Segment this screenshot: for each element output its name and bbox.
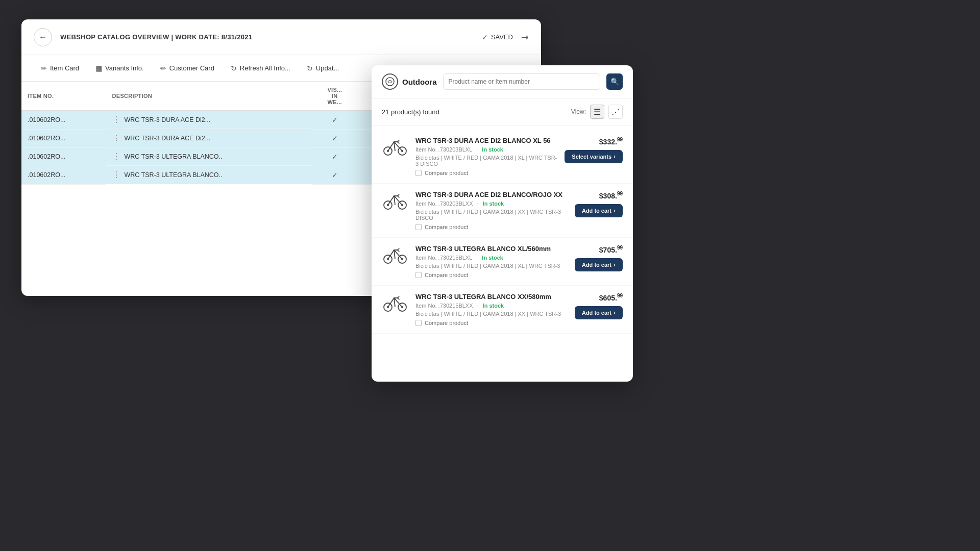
item-number: Item No. .730215BLXX: [415, 303, 473, 309]
product-meta: Item No. .730203BLXL · In stock: [415, 146, 557, 153]
arrow-icon: ›: [614, 207, 616, 214]
search-icon: 🔍: [610, 78, 619, 86]
arrow-icon: ›: [614, 309, 616, 316]
list-view-button[interactable]: ☰: [590, 105, 604, 119]
grid-view-button[interactable]: ⋰: [608, 105, 623, 119]
col-visible: VIS...INWE...: [312, 82, 357, 111]
product-meta: Item No. .730215BLXL · In stock: [415, 255, 568, 261]
product-tags: Bicicletas | WHITE / RED | GAMA 2018 | X…: [415, 155, 557, 167]
product-tags: Bicicletas | WHITE / RED | GAMA 2018 | X…: [415, 263, 568, 269]
expand-icon[interactable]: ↗: [518, 30, 531, 43]
compare-row: Compare product: [415, 320, 568, 326]
product-item: WRC TSR-3 ULTEGRA BLANCO XX/580mm Item N…: [372, 286, 633, 334]
row-menu-icon[interactable]: ⋮: [112, 152, 120, 161]
variants-info-button[interactable]: ▦ Variants Info.: [88, 61, 151, 76]
panel-subheader: 21 product(s) found View: ☰ ⋰: [372, 98, 633, 126]
brand-name: Outdoora: [402, 78, 437, 86]
product-item: WRC TSR-3 DURA ACE Di2 BLANCO XL 56 Item…: [372, 130, 633, 184]
row-menu-icon[interactable]: ⋮: [112, 115, 120, 124]
compare-checkbox[interactable]: [415, 224, 422, 230]
cell-description: ⋮ WRC TSR-3 ULTEGRA BLANCO..: [106, 166, 312, 184]
product-image: [382, 137, 408, 157]
product-info: WRC TSR-3 DURA ACE Di2 BLANCO XL 56 Item…: [415, 137, 557, 176]
product-tags: Bicicletas | WHITE / RED | GAMA 2018 | X…: [415, 311, 568, 317]
separator: ·: [477, 201, 479, 207]
cell-item-no: .010602RO...: [21, 147, 106, 166]
col-item-no: ITEM NO.: [21, 82, 106, 111]
pencil2-icon: ✏: [160, 64, 166, 72]
compare-label: Compare product: [425, 224, 468, 230]
product-info: WRC TSR-3 ULTEGRA BLANCO XL/560mm Item N…: [415, 245, 568, 278]
product-image: [382, 293, 408, 313]
product-price: $332.99: [599, 137, 623, 146]
compare-row: Compare product: [415, 170, 557, 176]
item-card-button[interactable]: ✏ Item Card: [34, 61, 86, 76]
visible-check-icon: ✓: [332, 116, 338, 124]
product-tags: Bicicletas | WHITE / RED | GAMA 2018 | X…: [415, 209, 568, 221]
row-menu-icon[interactable]: ⋮: [112, 133, 120, 143]
product-name: WRC TSR-3 DURA ACE Di2 BLANCO XL 56: [415, 137, 557, 144]
compare-label: Compare product: [425, 320, 468, 326]
separator: ·: [477, 303, 479, 309]
stock-status: In stock: [482, 146, 503, 153]
product-price: $605.99: [599, 293, 623, 302]
cell-item-no: .010602RO...: [21, 111, 106, 130]
add-to-cart-button[interactable]: Add to cart ›: [575, 204, 623, 217]
product-name: WRC TSR-3 ULTEGRA BLANCO XL/560mm: [415, 245, 568, 253]
product-item: WRC TSR-3 DURA ACE Di2 BLANCO/ROJO XX It…: [372, 184, 633, 238]
compare-checkbox[interactable]: [415, 320, 422, 326]
product-name: WRC TSR-3 ULTEGRA BLANCO XX/580mm: [415, 293, 568, 300]
row-menu-icon[interactable]: ⋮: [112, 170, 120, 180]
compare-checkbox[interactable]: [415, 272, 422, 278]
product-meta: Item No. .730203BLXX · In stock: [415, 201, 568, 207]
saved-label: SAVED: [491, 33, 513, 41]
arrow-icon: ›: [614, 153, 616, 160]
view-controls: View: ☰ ⋰: [571, 105, 623, 119]
panel-search-input[interactable]: [443, 73, 601, 90]
stock-status: In stock: [482, 255, 503, 261]
cell-item-no: .010602RO...: [21, 166, 106, 184]
cell-description: ⋮ WRC TSR-3 DURA ACE Di2...: [106, 129, 312, 147]
product-panel: Outdoora 🔍 21 product(s) found View: ☰ ⋰: [372, 65, 633, 382]
cell-visible: ✓: [312, 111, 357, 130]
update-button[interactable]: ↻ Updat...: [300, 61, 347, 76]
product-price-action: $605.99 Add to cart ›: [575, 293, 623, 319]
item-number: Item No. .730203BLXX: [415, 201, 473, 207]
product-list: WRC TSR-3 DURA ACE Di2 BLANCO XL 56 Item…: [372, 126, 633, 382]
customer-card-button[interactable]: ✏ Customer Card: [153, 61, 222, 76]
product-name: WRC TSR-3 DURA ACE Di2 BLANCO/ROJO XX: [415, 191, 568, 198]
pencil-icon: ✏: [41, 64, 47, 72]
stock-status: In stock: [483, 201, 504, 207]
check-icon: ✓: [482, 33, 488, 41]
product-price: $705.99: [599, 245, 623, 254]
compare-checkbox[interactable]: [415, 170, 422, 176]
refresh-all-button[interactable]: ↻ Refresh All Info...: [224, 61, 298, 76]
select-variants-button[interactable]: Select variants ›: [565, 150, 623, 163]
view-label: View:: [571, 108, 586, 115]
back-button[interactable]: ←: [34, 28, 52, 46]
visible-check-icon: ✓: [332, 171, 338, 179]
cell-visible: ✓: [312, 129, 357, 147]
update-icon: ↻: [307, 64, 313, 72]
item-number: Item No. .730203BLXL: [415, 146, 472, 153]
product-price-action: $308.99 Add to cart ›: [575, 191, 623, 217]
stock-status: In stock: [483, 303, 504, 309]
item-number: Item No. .730215BLXL: [415, 255, 472, 261]
add-to-cart-button[interactable]: Add to cart ›: [575, 306, 623, 319]
product-price-action: $332.99 Select variants ›: [565, 137, 623, 163]
product-meta: Item No. .730215BLXX · In stock: [415, 303, 568, 309]
compare-row: Compare product: [415, 272, 568, 278]
col-description: DESCRIPTION: [106, 82, 312, 111]
compare-row: Compare product: [415, 224, 568, 230]
arrow-icon: ›: [614, 261, 616, 268]
panel-search-button[interactable]: 🔍: [606, 73, 623, 90]
cell-visible: ✓: [312, 166, 357, 184]
cell-description: ⋮ WRC TSR-3 DURA ACE Di2...: [106, 111, 312, 129]
saved-badge: ✓ SAVED: [482, 33, 513, 41]
page-title: WEBSHOP CATALOG OVERVIEW | WORK DATE: 8/…: [60, 33, 474, 41]
separator: ·: [476, 255, 478, 261]
product-info: WRC TSR-3 DURA ACE Di2 BLANCO/ROJO XX It…: [415, 191, 568, 230]
product-info: WRC TSR-3 ULTEGRA BLANCO XX/580mm Item N…: [415, 293, 568, 326]
add-to-cart-button[interactable]: Add to cart ›: [575, 258, 623, 271]
cell-item-no: .010602RO...: [21, 129, 106, 147]
